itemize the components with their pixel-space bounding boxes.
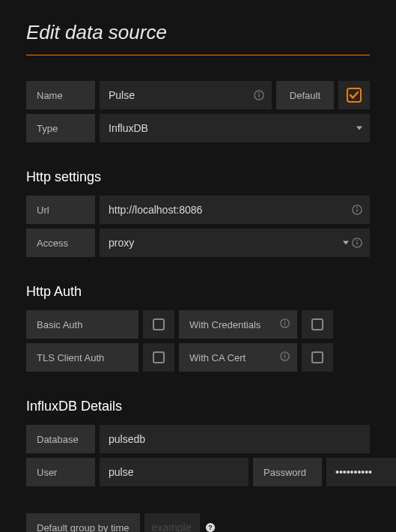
info-icon bbox=[280, 318, 290, 330]
influx-details-title: InfluxDB Details bbox=[26, 399, 370, 414]
default-label: Default bbox=[276, 81, 334, 109]
ca-cert-label: With CA Cert bbox=[179, 343, 297, 372]
info-icon bbox=[280, 351, 290, 363]
type-value: InfluxDB bbox=[109, 122, 148, 134]
group-by-input[interactable] bbox=[144, 513, 200, 532]
access-value: proxy bbox=[109, 237, 134, 249]
svg-point-12 bbox=[284, 321, 286, 322]
svg-point-15 bbox=[284, 354, 286, 355]
info-icon bbox=[352, 238, 362, 248]
password-label: Password bbox=[253, 458, 322, 486]
chevron-down-icon bbox=[356, 127, 362, 130]
database-input[interactable] bbox=[100, 425, 370, 453]
info-icon bbox=[352, 205, 362, 215]
password-input[interactable] bbox=[326, 458, 396, 486]
type-label: Type bbox=[26, 114, 95, 142]
access-label: Access bbox=[26, 229, 95, 257]
url-label: Url bbox=[26, 196, 95, 224]
access-select[interactable]: proxy bbox=[100, 229, 370, 257]
name-input[interactable] bbox=[109, 81, 263, 109]
basic-auth-label: Basic Auth bbox=[26, 310, 138, 339]
with-credentials-checkbox[interactable] bbox=[302, 310, 333, 339]
with-credentials-label: With Credentials bbox=[179, 310, 297, 339]
checkmark-icon bbox=[347, 88, 362, 103]
url-input-wrap[interactable] bbox=[100, 196, 370, 224]
type-select[interactable]: InfluxDB bbox=[100, 114, 370, 142]
tls-auth-label: TLS Client Auth bbox=[26, 343, 138, 372]
svg-rect-14 bbox=[284, 355, 285, 358]
svg-point-2 bbox=[258, 92, 260, 94]
database-label: Database bbox=[26, 425, 95, 453]
checkbox-empty-icon bbox=[311, 318, 323, 330]
svg-point-9 bbox=[356, 240, 358, 241]
group-by-label: Default group by time bbox=[26, 513, 140, 532]
checkbox-empty-icon bbox=[153, 351, 165, 363]
basic-auth-checkbox[interactable] bbox=[143, 310, 174, 339]
url-input[interactable] bbox=[109, 196, 361, 224]
checkbox-empty-icon bbox=[153, 318, 165, 330]
user-input[interactable] bbox=[100, 458, 249, 486]
name-input-wrap[interactable] bbox=[100, 81, 272, 109]
checkbox-empty-icon bbox=[311, 351, 323, 363]
help-icon[interactable]: ? bbox=[204, 522, 216, 532]
tls-auth-checkbox[interactable] bbox=[143, 343, 174, 372]
svg-rect-1 bbox=[258, 94, 259, 97]
default-checkbox[interactable] bbox=[338, 81, 370, 109]
chevron-down-icon bbox=[343, 241, 349, 245]
svg-text:?: ? bbox=[208, 524, 212, 531]
svg-rect-5 bbox=[356, 209, 357, 212]
ca-cert-text: With CA Cert bbox=[189, 352, 246, 363]
http-settings-title: Http settings bbox=[26, 169, 370, 185]
svg-rect-8 bbox=[356, 242, 357, 245]
page-title: Edit data source bbox=[26, 15, 370, 55]
info-icon bbox=[254, 90, 264, 100]
name-label: Name bbox=[26, 81, 95, 109]
with-credentials-text: With Credentials bbox=[189, 319, 261, 330]
user-label: User bbox=[26, 458, 95, 486]
svg-point-6 bbox=[356, 207, 358, 208]
svg-rect-11 bbox=[284, 322, 285, 325]
http-auth-title: Http Auth bbox=[26, 284, 370, 300]
ca-cert-checkbox[interactable] bbox=[302, 343, 333, 372]
